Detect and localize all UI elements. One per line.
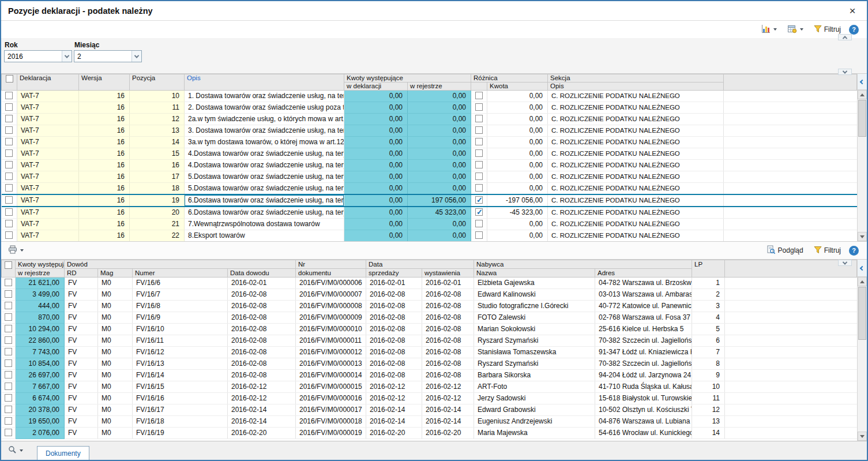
document-row[interactable]: 10 294,00 FV M0 FV/16/10 2016-02-08 2016…	[2, 324, 857, 335]
document-row[interactable]: 22 860,00 FV M0 FV/16/11 2016-02-08 2016…	[2, 335, 857, 347]
collapse-documents-filter-button[interactable]	[838, 260, 852, 266]
col-header-w-rejestrze[interactable]: w rejestrze	[16, 269, 65, 278]
document-row[interactable]: 3 499,00 FV M0 FV/16/7 2016-02-08 2016/F…	[2, 289, 857, 301]
table-analysis-button[interactable]	[785, 23, 806, 36]
roznica-checkbox[interactable]	[475, 92, 483, 99]
col-header-deklaracja[interactable]: Deklaracja	[17, 74, 79, 91]
col-header-w-deklaracji[interactable]: w deklaracji	[344, 83, 408, 91]
roznica-checkbox[interactable]	[475, 115, 483, 122]
col-header-data-sprzedazy[interactable]: sprzedaży	[366, 269, 422, 278]
row-checkbox[interactable]	[5, 302, 12, 309]
roznica-checkbox[interactable]	[475, 220, 483, 227]
row-checkbox[interactable]	[5, 184, 13, 192]
roznica-checkbox[interactable]	[475, 161, 483, 168]
col-header-data-dowodu[interactable]: Data dowodu	[228, 269, 296, 278]
declaration-row[interactable]: VAT-7 16 18 5.Dostawa towarów oraz świad…	[2, 183, 857, 195]
row-checkbox[interactable]	[5, 325, 12, 332]
help-button[interactable]: ?	[849, 25, 859, 35]
col-header-kwota[interactable]: Kwota	[487, 83, 548, 91]
row-checkbox[interactable]	[5, 359, 12, 367]
roznica-checkbox[interactable]	[475, 231, 483, 239]
col-header-pozycja[interactable]: Pozycja	[130, 74, 185, 91]
document-row[interactable]: 26 697,00 FV M0 FV/16/14 2016-02-08 2016…	[2, 370, 857, 381]
row-checkbox[interactable]	[5, 126, 13, 134]
row-checkbox[interactable]	[5, 429, 12, 436]
row-checkbox[interactable]	[5, 208, 13, 216]
row-checkbox[interactable]	[5, 279, 12, 286]
row-checkbox[interactable]	[5, 173, 13, 180]
scroll-down-arrow[interactable]	[858, 232, 867, 241]
col-header-w-rejestrze[interactable]: w rejestrze	[408, 83, 471, 91]
row-checkbox[interactable]	[5, 196, 13, 204]
document-row[interactable]: 444,00 FV M0 FV/16/8 2016-02-08 2016/FV/…	[2, 301, 857, 312]
document-row[interactable]: 7 667,00 FV M0 FV/16/15 2016-02-12 2016/…	[2, 381, 857, 393]
document-row[interactable]: 20 378,00 FV M0 FV/16/17 2016-02-14 2016…	[2, 404, 857, 416]
row-checkbox[interactable]	[5, 394, 12, 402]
document-row[interactable]: 19 650,00 FV M0 FV/16/18 2016-02-14 2016…	[2, 416, 857, 428]
row-checkbox[interactable]	[5, 371, 12, 378]
tab-dokumenty[interactable]: Dokumenty	[37, 446, 89, 460]
chart-button[interactable]	[759, 23, 779, 36]
scrollbar-thumb[interactable]	[858, 100, 866, 137]
row-checkbox[interactable]	[5, 103, 13, 111]
year-select[interactable]: 2016	[4, 50, 72, 62]
document-row[interactable]: 2 076,00 FV M0 FV/16/19 2016-02-20 2016/…	[2, 428, 857, 439]
document-row[interactable]: 6 674,00 FV M0 FV/16/16 2016-02-12 2016/…	[2, 393, 857, 404]
select-all-checkbox[interactable]	[5, 261, 12, 269]
col-header-nr-dokumentu[interactable]: dokumentu	[296, 269, 366, 278]
col-header-lp[interactable]: LP	[692, 260, 725, 278]
roznica-checkbox[interactable]	[475, 103, 483, 111]
documents-filter-button[interactable]: Filtruj	[811, 245, 843, 257]
declaration-row[interactable]: VAT-7 16 16 4.Dostawa towarów oraz świad…	[2, 160, 857, 171]
roznica-checkbox[interactable]	[475, 184, 483, 192]
col-header-nazwa[interactable]: Nazwa	[474, 269, 595, 278]
declaration-row[interactable]: VAT-7 16 13 3. Dostawa towarów oraz świa…	[2, 125, 857, 137]
roznica-checkbox[interactable]	[475, 149, 483, 157]
col-header-wersja[interactable]: Wersja	[79, 74, 130, 91]
declaration-row[interactable]: VAT-7 16 10 1. Dostawa towarów oraz świa…	[2, 91, 857, 102]
row-checkbox[interactable]	[5, 348, 12, 355]
col-header-numer[interactable]: Numer	[133, 269, 228, 278]
row-checkbox[interactable]	[5, 138, 13, 145]
upper-vertical-scrollbar[interactable]	[858, 90, 867, 241]
declaration-row[interactable]: VAT-7 16 12 2a.w tym świadczenie usług, …	[2, 114, 857, 125]
document-row[interactable]: 870,00 FV M0 FV/16/9 2016-02-08 2016/FV/…	[2, 312, 857, 324]
locator-button[interactable]	[6, 444, 25, 457]
document-row[interactable]: 21 621,00 FV M0 FV/16/6 2016-02-01 2016/…	[2, 278, 857, 289]
scroll-down-arrow[interactable]	[858, 432, 867, 441]
col-header-adres[interactable]: Adres	[595, 269, 692, 278]
row-checkbox[interactable]	[5, 417, 12, 425]
row-checkbox[interactable]	[5, 115, 13, 122]
row-checkbox[interactable]	[5, 383, 12, 390]
row-checkbox[interactable]	[5, 92, 13, 99]
declaration-row[interactable]: VAT-7 16 11 2. Dostawa towarów oraz świa…	[2, 102, 857, 114]
row-checkbox[interactable]	[5, 313, 12, 321]
roznica-checkbox[interactable]	[475, 196, 483, 204]
document-row[interactable]: 7 743,00 FV M0 FV/16/12 2016-02-08 2016/…	[2, 347, 857, 358]
scrollbar-thumb[interactable]	[858, 287, 866, 340]
close-button[interactable]: ×	[845, 5, 860, 17]
col-header-opis[interactable]: Opis	[185, 74, 344, 91]
select-all-checkbox[interactable]	[6, 75, 13, 83]
row-checkbox[interactable]	[5, 290, 12, 298]
roznica-checkbox[interactable]	[475, 208, 483, 216]
declaration-row[interactable]: VAT-7 16 20 6.Dostawa towarów oraz świad…	[2, 207, 857, 219]
chevron-down-icon[interactable]	[131, 51, 141, 62]
col-header-rd[interactable]: RD	[65, 269, 98, 278]
col-header-data-wystawienia[interactable]: wystawienia	[422, 269, 474, 278]
chevron-down-icon[interactable]	[62, 51, 72, 62]
lower-vertical-scrollbar[interactable]	[858, 277, 867, 441]
declaration-row[interactable]: VAT-7 16 14 3a.w tym dostawa towarów, o …	[2, 137, 857, 148]
row-checkbox[interactable]	[5, 406, 12, 413]
row-checkbox[interactable]	[5, 149, 13, 157]
scroll-up-arrow[interactable]	[858, 277, 867, 286]
collapse-filter-button[interactable]	[838, 69, 852, 75]
documents-help-button[interactable]: ?	[849, 246, 859, 256]
col-header-sekcja-opis[interactable]: Opis	[548, 83, 724, 91]
declaration-row[interactable]: VAT-7 16 17 5.Dostawa towarów oraz świad…	[2, 171, 857, 183]
print-button[interactable]	[6, 244, 26, 257]
preview-button[interactable]: Podgląd	[764, 244, 806, 257]
row-checkbox[interactable]	[5, 336, 12, 344]
row-checkbox[interactable]	[5, 161, 13, 168]
col-header-mag[interactable]: Mag	[98, 269, 133, 278]
